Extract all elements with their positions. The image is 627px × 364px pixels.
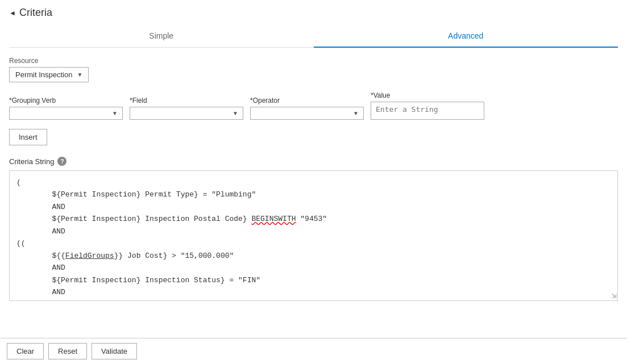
- clear-button[interactable]: Clear: [7, 343, 44, 359]
- field-arrow-icon: ▼: [232, 110, 238, 116]
- collapse-arrow-icon[interactable]: ◄: [9, 9, 16, 17]
- criteria-line-8: AND: [16, 262, 611, 274]
- criteria-line-7: ${{FieldGroups}} Job Cost} > "15,000.000…: [16, 250, 611, 262]
- criteria-header: ◄ Criteria: [9, 7, 618, 19]
- value-input[interactable]: [371, 102, 484, 120]
- reset-button[interactable]: Reset: [48, 343, 87, 359]
- help-icon[interactable]: ?: [57, 157, 67, 166]
- resource-dropdown-arrow-icon: ▼: [77, 72, 82, 78]
- grouping-verb-group: *Grouping Verb ▼: [9, 97, 123, 120]
- operator-arrow-icon: ▼: [353, 110, 359, 116]
- grouping-verb-select[interactable]: ▼: [9, 107, 123, 120]
- criteria-line-5: AND: [16, 225, 611, 237]
- criteria-textarea-wrapper: ( ${Permit Inspection} Permit Type} = "P…: [9, 170, 618, 301]
- criteria-string-textarea[interactable]: ( ${Permit Inspection} Permit Type} = "P…: [9, 170, 618, 301]
- criteria-line-3: AND: [16, 201, 611, 213]
- value-label: *Value: [371, 91, 484, 99]
- resize-handle-icon: ⇲: [611, 292, 617, 300]
- criteria-line-1: (: [16, 177, 611, 189]
- operator-label: *Operator: [250, 97, 364, 104]
- bottom-bar: Clear Reset Validate: [0, 338, 627, 364]
- field-label: *Field: [130, 97, 243, 104]
- criteria-line-6: ((: [16, 237, 611, 249]
- operator-select[interactable]: ▼: [250, 107, 364, 120]
- fields-row: *Grouping Verb ▼ *Field ▼ *Operator ▼ *V…: [9, 91, 618, 120]
- field-group: *Field ▼: [130, 97, 243, 120]
- criteria-string-label: Criteria String: [9, 157, 54, 166]
- criteria-line-10: AND: [16, 286, 611, 298]
- operator-group: *Operator ▼: [250, 97, 364, 120]
- tab-simple[interactable]: Simple: [9, 24, 314, 47]
- insert-button[interactable]: Insert: [9, 129, 47, 145]
- resource-dropdown[interactable]: Permit Inspection ▼: [9, 67, 89, 82]
- page-title: Criteria: [19, 7, 52, 19]
- value-group: *Value: [371, 91, 484, 120]
- criteria-line-2: ${Permit Inspection} Permit Type} = "Plu…: [16, 189, 611, 200]
- tabs-bar: Simple Advanced: [9, 24, 618, 48]
- resource-label: Resource: [9, 57, 618, 65]
- grouping-verb-arrow-icon: ▼: [112, 110, 118, 116]
- criteria-line-11: ${Permit Inspection} Score} > "80.000": [16, 298, 611, 301]
- page-container: ◄ Criteria Simple Advanced Resource Perm…: [0, 0, 627, 301]
- resource-value: Permit Inspection: [15, 70, 72, 79]
- criteria-string-section: Criteria String ?: [9, 157, 618, 166]
- validate-button[interactable]: Validate: [92, 343, 137, 359]
- tab-advanced[interactable]: Advanced: [314, 24, 618, 47]
- field-select[interactable]: ▼: [130, 107, 243, 120]
- criteria-line-4: ${Permit Inspection} Inspection Postal C…: [16, 213, 611, 225]
- grouping-verb-label: *Grouping Verb: [9, 97, 123, 104]
- criteria-line-9: ${Permit Inspection} Inspection Status} …: [16, 274, 611, 286]
